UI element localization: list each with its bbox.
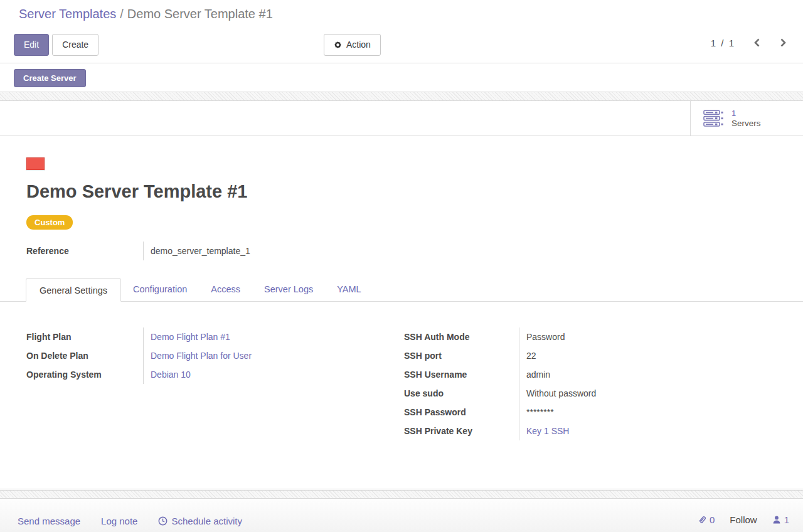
servers-stat-button[interactable]: 1 Servers xyxy=(690,101,803,136)
tab-configuration[interactable]: Configuration xyxy=(121,277,199,301)
chatter-links: Send message Log note Schedule activity xyxy=(18,516,242,526)
paperclip-icon xyxy=(698,515,707,525)
left-field-group: Flight Plan Demo Flight Plan #1 On Delet… xyxy=(26,327,378,384)
field-value-operating-system-link[interactable]: Debian 10 xyxy=(151,370,191,380)
field-value-use-sudo: Without password xyxy=(519,384,784,403)
breadcrumb-separator: / xyxy=(120,7,124,21)
field-value-on-delete-plan-link[interactable]: Demo Flight Plan for User xyxy=(151,351,252,361)
send-message-link[interactable]: Send message xyxy=(18,516,80,526)
log-note-link[interactable]: Log note xyxy=(101,516,137,526)
create-button[interactable]: Create xyxy=(52,34,98,56)
follower-count: 1 xyxy=(784,514,789,525)
reference-row: Reference demo_server_template_1 xyxy=(26,242,378,260)
reference-value: demo_server_template_1 xyxy=(143,242,378,260)
custom-badge: Custom xyxy=(26,215,73,230)
chatter-right: 0 Follow 1 xyxy=(698,514,789,525)
gear-icon xyxy=(334,41,342,49)
field-label-use-sudo: Use sudo xyxy=(404,384,519,403)
notebook-tabs: General Settings Configuration Access Se… xyxy=(0,277,803,302)
followers-button[interactable]: 1 xyxy=(772,514,789,525)
divider-band-top xyxy=(0,92,803,101)
field-value-flight-plan-link[interactable]: Demo Flight Plan #1 xyxy=(151,332,230,342)
form-sheet: Demo Server Template #1 Custom Reference… xyxy=(0,136,803,489)
schedule-activity-link[interactable]: Schedule activity xyxy=(158,516,242,526)
field-value-ssh-private-key-link[interactable]: Key 1 SSH xyxy=(526,426,569,436)
field-label-operating-system: Operating System xyxy=(26,365,143,384)
create-server-button[interactable]: Create Server xyxy=(14,69,86,87)
field-value-ssh-port: 22 xyxy=(519,346,784,365)
chevron-right-icon xyxy=(780,38,787,48)
tab-server-logs[interactable]: Server Logs xyxy=(252,277,325,301)
reference-label: Reference xyxy=(26,242,143,260)
pager: 1 / 1 xyxy=(711,36,788,49)
pager-previous-button[interactable] xyxy=(752,36,762,49)
page-title: Demo Server Template #1 xyxy=(26,181,247,202)
follow-button[interactable]: Follow xyxy=(730,514,757,525)
action-button-label: Action xyxy=(346,39,371,51)
control-panel-buttons: Edit Create xyxy=(14,34,98,56)
page: Server Templates/Demo Server Template #1… xyxy=(0,0,803,532)
breadcrumb-parent-link[interactable]: Server Templates xyxy=(19,7,116,21)
action-button[interactable]: Action xyxy=(324,34,381,56)
field-label-ssh-auth-mode: SSH Auth Mode xyxy=(404,327,519,346)
tab-general-settings[interactable]: General Settings xyxy=(26,278,121,302)
tab-yaml[interactable]: YAML xyxy=(325,277,373,301)
field-label-ssh-password: SSH Password xyxy=(404,403,519,422)
field-value-ssh-auth-mode: Password xyxy=(519,327,784,346)
person-icon xyxy=(772,515,781,524)
stat-label: Servers xyxy=(731,119,761,129)
right-field-group: SSH Auth Mode Password SSH port 22 SSH U… xyxy=(404,327,784,440)
field-value-ssh-username: admin xyxy=(519,365,784,384)
stat-text: 1 Servers xyxy=(731,109,761,129)
stat-strip: 1 Servers xyxy=(0,101,803,136)
breadcrumb-current: Demo Server Template #1 xyxy=(127,7,273,21)
attachments-button[interactable]: 0 xyxy=(698,514,715,525)
statusbar: Create Server xyxy=(0,64,803,92)
edit-button[interactable]: Edit xyxy=(14,34,49,56)
server-stack-icon xyxy=(703,110,724,127)
tab-access[interactable]: Access xyxy=(199,277,252,301)
control-panel: Server Templates/Demo Server Template #1… xyxy=(0,0,803,63)
divider-band-bottom xyxy=(0,490,803,499)
attachment-count: 0 xyxy=(710,514,715,525)
field-value-ssh-password: ******** xyxy=(519,403,784,422)
chevron-left-icon xyxy=(753,38,760,48)
stat-value: 1 xyxy=(731,109,761,119)
field-label-ssh-username: SSH Username xyxy=(404,365,519,384)
schedule-activity-label: Schedule activity xyxy=(171,516,242,526)
pager-next-button[interactable] xyxy=(779,36,788,49)
record-image[interactable] xyxy=(26,157,45,170)
field-label-flight-plan: Flight Plan xyxy=(26,327,143,346)
pager-value: 1 / 1 xyxy=(711,38,735,48)
chatter: Send message Log note Schedule activity … xyxy=(0,499,803,532)
clock-icon xyxy=(158,516,168,526)
breadcrumb: Server Templates/Demo Server Template #1 xyxy=(19,7,273,21)
field-label-ssh-private-key: SSH Private Key xyxy=(404,422,519,440)
field-label-ssh-port: SSH port xyxy=(404,346,519,365)
field-label-on-delete-plan: On Delete Plan xyxy=(26,346,143,365)
